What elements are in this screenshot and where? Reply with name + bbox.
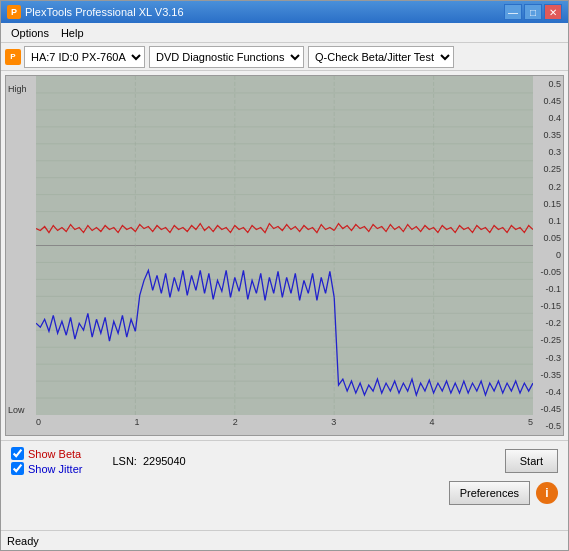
y-axis-high-label: High bbox=[8, 84, 27, 94]
y-label-0.05: 0.05 bbox=[537, 234, 561, 243]
x-axis: 0 1 2 3 4 5 bbox=[36, 415, 533, 435]
y-label-0: 0 bbox=[537, 251, 561, 260]
window-controls: — □ ✕ bbox=[504, 4, 562, 20]
drive-dropdown[interactable]: HA:7 ID:0 PX-760A bbox=[24, 46, 145, 68]
app-icon: P bbox=[7, 5, 21, 19]
y-label-0.25: 0.25 bbox=[537, 165, 561, 174]
start-button[interactable]: Start bbox=[505, 449, 558, 473]
function-dropdown[interactable]: DVD Diagnostic Functions bbox=[149, 46, 304, 68]
chart-area: High Low bbox=[5, 75, 564, 436]
show-beta-label: Show Beta bbox=[28, 448, 81, 460]
status-text: Ready bbox=[7, 535, 39, 547]
maximize-button[interactable]: □ bbox=[524, 4, 542, 20]
x-label-2: 2 bbox=[233, 417, 238, 427]
x-label-0: 0 bbox=[36, 417, 41, 427]
y-label-neg0.4: -0.4 bbox=[537, 388, 561, 397]
x-label-1: 1 bbox=[134, 417, 139, 427]
y-label-neg0.2: -0.2 bbox=[537, 319, 561, 328]
y-label-0.15: 0.15 bbox=[537, 200, 561, 209]
menu-help[interactable]: Help bbox=[55, 25, 90, 41]
chart-canvas bbox=[36, 76, 533, 415]
x-label-3: 3 bbox=[331, 417, 336, 427]
show-beta-checkbox[interactable] bbox=[11, 447, 24, 460]
toolbar: P HA:7 ID:0 PX-760A DVD Diagnostic Funct… bbox=[1, 43, 568, 71]
status-bar: Ready bbox=[1, 530, 568, 550]
lsn-label: LSN: bbox=[112, 455, 136, 467]
x-label-5: 5 bbox=[528, 417, 533, 427]
y-label-neg0.45: -0.45 bbox=[537, 405, 561, 414]
menu-bar: Options Help bbox=[1, 23, 568, 43]
preferences-button[interactable]: Preferences bbox=[449, 481, 530, 505]
show-beta-item: Show Beta bbox=[11, 447, 82, 460]
y-label-0.4: 0.4 bbox=[537, 114, 561, 123]
bottom-panel: Show Beta Show Jitter LSN: 2295040 Start… bbox=[1, 440, 568, 530]
y-label-neg0.15: -0.15 bbox=[537, 302, 561, 311]
preferences-row: Preferences i bbox=[1, 477, 568, 509]
show-jitter-checkbox[interactable] bbox=[11, 462, 24, 475]
y-label-neg0.3: -0.3 bbox=[537, 354, 561, 363]
y-label-neg0.1: -0.1 bbox=[537, 285, 561, 294]
y-label-neg0.25: -0.25 bbox=[537, 336, 561, 345]
show-jitter-label: Show Jitter bbox=[28, 463, 82, 475]
menu-options[interactable]: Options bbox=[5, 25, 55, 41]
controls-row: Show Beta Show Jitter LSN: 2295040 Start bbox=[1, 441, 568, 477]
main-window: P PlexTools Professional XL V3.16 — □ ✕ … bbox=[0, 0, 569, 551]
chart-svg bbox=[36, 76, 533, 415]
y-label-0.1: 0.1 bbox=[537, 217, 561, 226]
y-label-0.5: 0.5 bbox=[537, 80, 561, 89]
x-label-4: 4 bbox=[430, 417, 435, 427]
window-title: PlexTools Professional XL V3.16 bbox=[25, 6, 504, 18]
drive-icon: P bbox=[5, 49, 21, 65]
y-axis-low-label: Low bbox=[8, 405, 25, 415]
test-dropdown[interactable]: Q-Check Beta/Jitter Test bbox=[308, 46, 454, 68]
y-label-0.45: 0.45 bbox=[537, 97, 561, 106]
lsn-value: 2295040 bbox=[143, 455, 186, 467]
lsn-area: LSN: 2295040 bbox=[112, 455, 185, 467]
minimize-button[interactable]: — bbox=[504, 4, 522, 20]
drive-selector: P HA:7 ID:0 PX-760A bbox=[5, 46, 145, 68]
y-label-0.35: 0.35 bbox=[537, 131, 561, 140]
y-label-0.2: 0.2 bbox=[537, 183, 561, 192]
y-label-0.3: 0.3 bbox=[537, 148, 561, 157]
title-bar: P PlexTools Professional XL V3.16 — □ ✕ bbox=[1, 1, 568, 23]
y-label-neg0.05: -0.05 bbox=[537, 268, 561, 277]
y-label-neg0.5: -0.5 bbox=[537, 422, 561, 431]
y-label-neg0.35: -0.35 bbox=[537, 371, 561, 380]
close-button[interactable]: ✕ bbox=[544, 4, 562, 20]
info-button[interactable]: i bbox=[536, 482, 558, 504]
y-axis-right: 0.5 0.45 0.4 0.35 0.3 0.25 0.2 0.15 0.1 … bbox=[535, 76, 563, 435]
show-jitter-item: Show Jitter bbox=[11, 462, 82, 475]
